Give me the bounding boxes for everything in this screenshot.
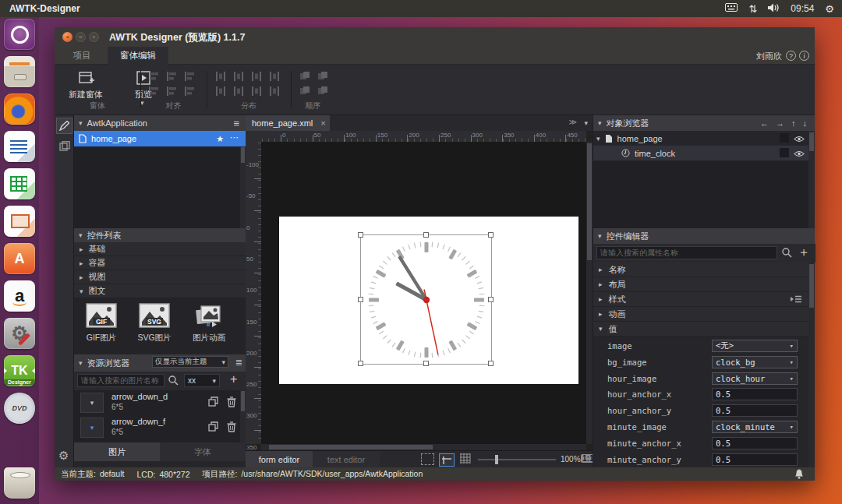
zoom-slider-thumb[interactable] — [495, 455, 498, 464]
property-select[interactable]: <无>▾ — [712, 340, 798, 352]
section-1[interactable]: ▸名称 — [593, 263, 809, 277]
selection-handle[interactable] — [358, 297, 363, 302]
bring-forward-icon[interactable] — [299, 86, 311, 97]
resource-tab-2[interactable]: 字体 — [160, 442, 246, 461]
section-5[interactable]: ▾值 — [593, 322, 809, 337]
notification-bell-icon[interactable] — [794, 469, 804, 481]
category-1[interactable]: ▸基础 — [74, 242, 246, 256]
resource-thumbnail[interactable]: ▾ — [80, 393, 104, 413]
ubuntu-software-icon[interactable]: A — [4, 243, 35, 274]
libreoffice-writer-icon[interactable] — [4, 131, 35, 162]
property-input[interactable]: 0.5 — [712, 404, 798, 417]
category-3[interactable]: ▸视图 — [74, 270, 246, 284]
nav-forward-icon[interactable]: → — [776, 118, 784, 128]
expander-icon[interactable]: ▸ — [80, 259, 83, 267]
duplicate-resource-icon[interactable] — [208, 421, 218, 433]
property-scrollbar[interactable] — [808, 263, 815, 467]
selection-handle[interactable] — [358, 232, 363, 238]
move-down-icon[interactable]: ↓ — [803, 118, 808, 128]
collapse-icon[interactable]: ▾ — [79, 119, 83, 127]
dist-v-space-icon[interactable] — [268, 86, 281, 97]
lock-box[interactable] — [780, 148, 789, 157]
control-editor-header[interactable]: ▾控件编辑器 — [593, 228, 815, 244]
align-bottom-icon[interactable] — [184, 86, 196, 97]
move-up-icon[interactable]: ↑ — [791, 118, 796, 128]
window-minimize-button[interactable]: − — [76, 32, 86, 42]
visibility-eye-icon[interactable] — [794, 135, 805, 144]
info-button[interactable]: i — [799, 51, 809, 61]
tab-form-edit[interactable]: 窗体编辑 — [108, 47, 168, 65]
category-4[interactable]: ▾图文 — [74, 284, 246, 298]
tab-project[interactable]: 项目 — [56, 47, 108, 65]
widget-list-header[interactable]: ▾控件列表 — [74, 228, 246, 242]
expander-icon[interactable]: ▸ — [599, 266, 603, 273]
canvas-vscrollbar[interactable] — [586, 142, 593, 444]
selection-handle[interactable] — [488, 361, 494, 366]
delete-resource-icon[interactable] — [227, 421, 236, 434]
align-top-icon[interactable] — [148, 86, 161, 97]
canvas-hscrollbar[interactable] — [261, 444, 586, 450]
user-name[interactable]: 刘雨欣 — [756, 51, 782, 62]
object-row-home_page[interactable]: ▾home_page — [593, 131, 809, 146]
keyboard-indicator-icon[interactable] — [725, 3, 738, 14]
ruler-toggle-icon[interactable] — [439, 453, 455, 467]
property-select[interactable]: clock_hour▾ — [712, 372, 798, 385]
visibility-eye-icon[interactable] — [794, 150, 805, 159]
grid-toggle-icon[interactable] — [459, 453, 471, 463]
style-menu-icon[interactable] — [791, 295, 801, 305]
dist-bottom-icon[interactable] — [250, 86, 263, 97]
firefox-icon[interactable] — [4, 93, 35, 125]
tab-close-icon[interactable]: × — [320, 118, 325, 128]
resource-browser-header[interactable]: ▾ 资源浏览器 仅显示当前主题▾ ≣ — [74, 354, 246, 372]
expander-icon[interactable]: ▸ — [599, 280, 603, 288]
expander-icon[interactable]: ▾ — [596, 135, 600, 143]
object-browser-header[interactable]: ▾ 对象浏览器 ← → ↑ ↓ — [593, 115, 815, 131]
object-scrollbar[interactable] — [808, 131, 815, 228]
dist-center-h-icon[interactable] — [232, 71, 245, 82]
pages-panel-icon[interactable] — [57, 139, 72, 153]
amazon-icon[interactable]: a — [4, 280, 35, 312]
libreoffice-calc-icon[interactable] — [4, 168, 35, 199]
project-tree-header[interactable]: ▾ AwtkApplication ≡ — [74, 115, 246, 131]
trash-icon[interactable] — [4, 467, 35, 499]
object-row-time_clock[interactable]: time_clock — [593, 146, 809, 160]
expander-icon[interactable]: ▸ — [599, 295, 603, 303]
property-input[interactable]: 0.5 — [712, 388, 798, 400]
expander-icon[interactable]: ▾ — [599, 325, 603, 333]
tree-item-home-page[interactable]: home_page ★ ⋯ — [74, 131, 246, 146]
resource-search-input[interactable] — [77, 374, 165, 387]
form-editor-tab[interactable]: form editor — [246, 451, 313, 467]
selection-handle[interactable] — [358, 361, 363, 366]
delete-resource-icon[interactable] — [227, 397, 236, 409]
session-gear-icon[interactable]: ⚙ — [825, 3, 834, 15]
resource-list-search-icon[interactable]: ≣ — [235, 358, 242, 368]
selection-handle[interactable] — [423, 232, 429, 238]
text-editor-tab[interactable]: text editor — [313, 451, 380, 467]
marquee-select-icon[interactable] — [421, 453, 434, 465]
property-select[interactable]: clock_bg▾ — [712, 356, 798, 368]
property-search-input[interactable] — [596, 246, 777, 259]
selection-box[interactable] — [360, 234, 492, 365]
window-maximize-button[interactable]: ▫ — [89, 32, 99, 42]
align-center-h-icon[interactable] — [166, 71, 179, 82]
window-close-button[interactable]: × — [62, 32, 73, 42]
property-input[interactable]: 0.5 — [712, 437, 798, 449]
send-backward-icon[interactable] — [317, 86, 329, 97]
item-menu-icon[interactable]: ⋯ — [228, 132, 246, 146]
tree-scrollbar[interactable] — [240, 146, 246, 228]
widget-2[interactable]: SVGSVG图片 — [130, 303, 179, 344]
add-resource-button[interactable]: + — [230, 372, 237, 386]
zoom-slider[interactable] — [478, 459, 556, 460]
dist-h-space-icon[interactable] — [268, 71, 281, 82]
search-icon[interactable] — [168, 375, 179, 387]
section-3[interactable]: ▸样式 — [593, 292, 809, 307]
files-icon[interactable] — [4, 56, 35, 87]
align-right-icon[interactable] — [184, 71, 196, 82]
align-left-icon[interactable] — [148, 71, 161, 82]
tk-designer-icon[interactable]: TKDesigner — [4, 355, 35, 386]
dvd-icon[interactable]: DVD — [4, 393, 35, 424]
property-search-icon[interactable] — [781, 247, 792, 259]
section-4[interactable]: ▸动画 — [593, 307, 809, 322]
selection-handle[interactable] — [423, 361, 429, 366]
favorite-star-icon[interactable]: ★ — [216, 134, 224, 144]
